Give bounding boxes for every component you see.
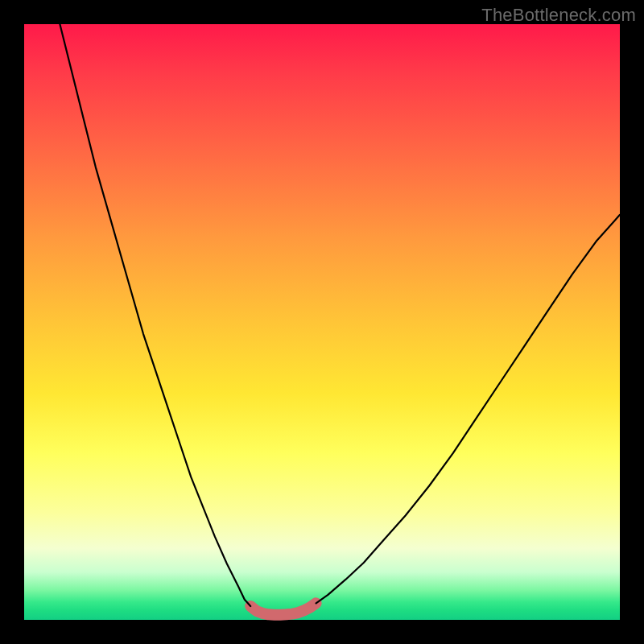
curve-layer [24,24,620,620]
right-curve-path [316,215,620,603]
plot-area [24,24,620,620]
watermark-text: TheBottleneck.com [481,5,636,26]
chart-frame: TheBottleneck.com [0,0,644,644]
valley-highlight-path [250,603,316,614]
left-curve-path [60,24,250,606]
